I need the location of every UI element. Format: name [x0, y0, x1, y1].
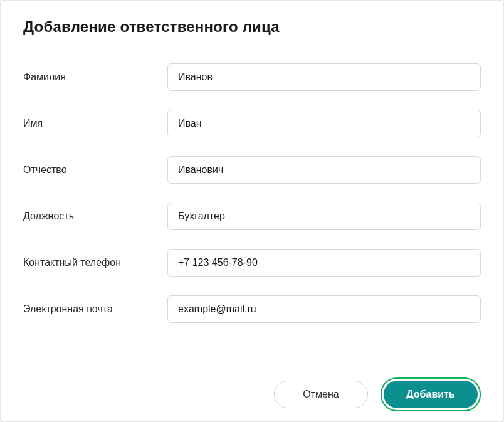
patronymic-label: Отчество: [23, 164, 167, 176]
form-row-patronymic: Отчество: [23, 156, 481, 184]
patronymic-input[interactable]: [167, 156, 481, 184]
form-row-phone: Контактный телефон: [23, 249, 481, 277]
form-row-surname: Фамилия: [23, 63, 481, 91]
email-label: Электронная почта: [23, 303, 167, 315]
submit-button-highlight: Добавить: [381, 377, 481, 411]
phone-input[interactable]: [167, 249, 481, 277]
position-label: Должность: [23, 211, 167, 222]
name-input[interactable]: [167, 110, 481, 137]
surname-input[interactable]: [167, 63, 481, 91]
add-responsible-person-dialog: Добавление ответственного лица Фамилия И…: [0, 0, 504, 422]
cancel-button[interactable]: Отмена: [274, 381, 368, 408]
name-label: Имя: [23, 118, 167, 129]
form-row-position: Должность: [23, 203, 481, 230]
form-row-name: Имя: [23, 110, 481, 137]
phone-label: Контактный телефон: [23, 257, 167, 268]
dialog-body: Добавление ответственного лица Фамилия И…: [1, 1, 503, 362]
form-row-email: Электронная почта: [23, 295, 481, 323]
surname-label: Фамилия: [23, 71, 167, 83]
submit-button[interactable]: Добавить: [384, 381, 478, 408]
position-input[interactable]: [167, 203, 481, 230]
dialog-title: Добавление ответственного лица: [23, 18, 481, 36]
dialog-footer: Отмена Добавить: [1, 362, 503, 422]
email-input[interactable]: [167, 295, 481, 323]
